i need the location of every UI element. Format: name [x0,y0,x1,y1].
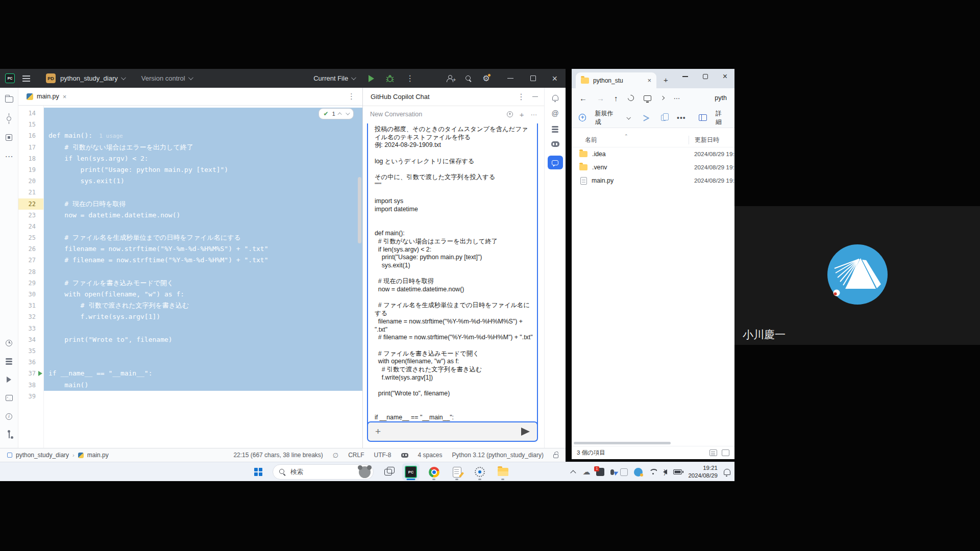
back-button[interactable]: ← [579,94,587,103]
code-line-36[interactable] [44,357,362,368]
new-tab-button[interactable]: + [664,76,668,84]
gutter-line-34[interactable]: 34 [18,334,43,345]
code-line-16[interactable]: def main(): 1 usage [44,130,362,141]
gutter-line-15[interactable]: 15 [18,119,43,130]
search-everywhere-button[interactable] [465,76,472,82]
maximize-button[interactable] [530,76,536,81]
services-tool-button[interactable] [5,375,14,384]
minimize-button[interactable] [682,76,688,77]
gutter-line-22[interactable]: 22 [18,198,43,210]
more-tools-button[interactable]: ⋯ [5,152,14,160]
address-crumb[interactable]: pyth [715,94,727,102]
new-item-label[interactable]: 新規作成 [595,109,618,127]
chat-more-button[interactable]: ⋯ [531,111,537,118]
gutter-line-36[interactable]: 36 [18,357,43,368]
gutter-line-20[interactable]: 20 [18,176,43,187]
highlighting-level-icon[interactable]: ∅ [333,452,338,459]
taskbar-pycharm-button[interactable]: PC [402,463,420,481]
code-line-17[interactable]: # 引数がない場合はエラーを出力して終了 [44,142,362,153]
code-line-23[interactable]: now = datetime.datetime.now() [44,210,362,221]
run-gutter-icon[interactable] [38,371,42,376]
search-highlight-image[interactable] [359,466,371,478]
database-right-tool-button[interactable] [552,126,558,133]
battery-icon[interactable] [673,469,682,474]
code-line-34[interactable]: print("Wrote to", filename) [44,334,362,345]
history-tool-button[interactable] [5,339,14,347]
code-with-me-button[interactable]: + [447,75,454,82]
gutter-line-21[interactable]: 21 [18,187,43,198]
code-line-26[interactable]: filename = now.strftime("%Y-%m-%d-%H%M%S… [44,243,362,255]
gutter-line-39[interactable]: 39 [18,391,43,402]
ai-assistant-tool-button[interactable]: @ [551,109,558,117]
unlock-icon[interactable] [553,454,558,458]
breadcrumb-ellipsis[interactable]: ⋯ [674,94,680,102]
toolbar-more-button[interactable]: ••• [677,114,686,122]
terminal-tool-button[interactable]: ›_ [5,394,14,402]
code-line-20[interactable]: sys.exit(1) [44,176,362,187]
gutter-line-31[interactable]: 31 [18,300,43,311]
gutter-line-32[interactable]: 32 [18,311,43,322]
history-icon[interactable] [507,111,513,117]
problems-tool-button[interactable]: i [5,412,14,420]
project-tool-button[interactable] [5,95,14,104]
tab-close-icon[interactable]: × [63,93,67,101]
code-line-32[interactable]: f.write(sys.argv[1]) [44,311,362,322]
details-view-icon[interactable] [699,114,707,121]
gutter-line-14[interactable]: 14 [18,108,43,119]
gutter-line-26[interactable]: 26 [18,243,43,255]
breadcrumb-project[interactable]: python_study_diary [16,452,69,459]
details-label[interactable]: 詳細 [716,109,727,127]
gutter-line-28[interactable]: 28 [18,266,43,278]
tab-options-button[interactable]: ⋮ [348,92,355,101]
gutter-line-37[interactable]: 37 [18,368,43,379]
code-line-25[interactable]: # ファイル名を生成秒単位までの日時をファイル名にする [44,232,362,243]
list-view-toggle[interactable] [709,449,717,456]
this-pc-icon[interactable] [644,95,651,101]
attach-plus-icon[interactable]: + [375,426,381,437]
code-line-39[interactable] [44,391,362,402]
editor-scrollbar[interactable] [358,177,361,243]
send-icon[interactable] [521,428,530,436]
code-line-18[interactable]: if len(sys.argv) < 2: [44,153,362,164]
project-selector[interactable]: python_study_diary [60,74,125,82]
taskbar-settings-button[interactable] [471,463,488,481]
refresh-button[interactable] [626,94,635,103]
code-line-30[interactable]: with open(filename, "w") as f: [44,289,362,300]
copilot-status-icon[interactable] [401,453,408,458]
encoding[interactable]: UTF-8 [374,452,391,459]
minimize-button[interactable] [507,78,513,79]
file-row-.venv[interactable]: .venv2024/08/29 19:11 [572,161,734,174]
column-divider[interactable] [689,136,689,144]
explorer-tab[interactable]: python_stu × [576,72,656,88]
run-button[interactable] [369,75,374,82]
interpreter[interactable]: Python 3.12 (python_study_diary) [452,452,544,459]
gutter-line-19[interactable]: 19 [18,164,43,176]
gutter-line-16[interactable]: 16 [18,130,43,141]
chat-minimize-button[interactable] [532,96,538,97]
commit-tool-button[interactable] [5,114,14,122]
gutter-line-18[interactable]: 18 [18,153,43,164]
gutter-line-24[interactable]: 24 [18,221,43,232]
chat-options-button[interactable]: ⋮ [517,92,525,102]
usage-annotation[interactable]: 1 usage [92,133,123,139]
code-line-22[interactable]: # 現在の日時を取得 [44,198,362,210]
code-line-24[interactable] [44,221,362,232]
chat-body[interactable]: 投稿の都度、そのときのタイムスタンプを含んだファイル名のテキストファイルを作る例… [363,122,544,448]
thumbnail-view-toggle[interactable] [722,449,729,456]
task-view-button[interactable] [379,463,397,481]
code-line-27[interactable]: # filename = now.strftime("%Y-%m-%d-%H%M… [44,255,362,266]
tab-close-icon[interactable]: × [647,77,651,84]
microphone-location-icon[interactable] [610,469,614,475]
copilot-chat-tool-button-active[interactable] [548,156,563,169]
editor-body[interactable]: 1415161718192021222324252627282930313233… [18,106,362,448]
gutter-line-33[interactable]: 33 [18,323,43,334]
taskbar-explorer-button[interactable] [494,463,511,481]
caret-position[interactable]: 22:15 (667 chars, 38 line breaks) [233,452,323,459]
notification-badge-icon[interactable] [596,468,604,476]
structure-tool-button[interactable] [5,133,14,141]
start-button[interactable] [250,463,267,481]
inspection-widget[interactable]: ✔ 1 [318,108,354,119]
tray-app-icon[interactable] [620,468,628,476]
taskbar-notepad-button[interactable] [448,463,465,481]
new-item-icon[interactable]: + [579,114,586,121]
